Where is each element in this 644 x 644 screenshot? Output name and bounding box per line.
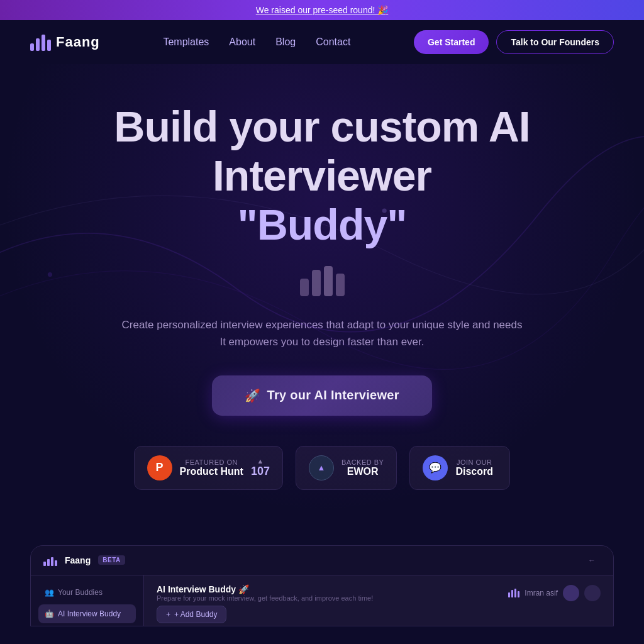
- nav-buttons: Get Started Talk to Our Founders: [414, 30, 614, 54]
- get-started-button[interactable]: Get Started: [414, 30, 489, 54]
- logo-text: Faang: [56, 34, 100, 50]
- ai-buddy-icon: 🤖: [45, 609, 54, 618]
- app-main-content: AI Interview Buddy 🚀 Prepare for your mo…: [144, 575, 613, 626]
- product-hunt-name: Product Hunt: [180, 466, 243, 477]
- app-logo-icon: [43, 555, 57, 566]
- hero-logo-bars: [30, 265, 614, 296]
- ewor-badge[interactable]: ▲ Backed by EWOR: [296, 446, 397, 490]
- hero-title-line1: Build your custom AI: [30, 102, 614, 151]
- hero-title: Build your custom AI Interviewer "Buddy": [30, 102, 614, 250]
- cta-button[interactable]: 🚀 Try our AI Interviewer: [212, 375, 432, 416]
- nav-templates[interactable]: Templates: [163, 36, 209, 48]
- buddies-icon: 👥: [45, 588, 54, 597]
- nav-about[interactable]: About: [229, 36, 255, 48]
- logo-icon: [30, 33, 51, 51]
- add-buddy-button[interactable]: + + Add Buddy: [157, 606, 226, 623]
- product-hunt-text: FEATURED ON Product Hunt: [180, 458, 243, 477]
- app-preview: Faang BETA ← 👥 Your Buddies 🤖 AI Intervi…: [30, 545, 614, 626]
- hero-subtitle-line2: It empowers you to design faster than ev…: [30, 333, 614, 350]
- app-header: Faang BETA ←: [31, 546, 613, 575]
- discord-badge[interactable]: 💬 Join Our Discord: [409, 446, 510, 490]
- beta-badge: BETA: [98, 555, 125, 565]
- logo[interactable]: Faang: [30, 33, 100, 51]
- product-hunt-label: FEATURED ON: [180, 458, 243, 466]
- ewor-name: EWOR: [347, 466, 379, 477]
- app-main-subtitle: Prepare for your mock interview, get fee…: [157, 594, 373, 602]
- social-proof-badges: P FEATURED ON Product Hunt ▲ 107 ▲ Backe…: [30, 446, 614, 490]
- discord-text: Join Our Discord: [455, 458, 493, 477]
- navbar: Faang Templates About Blog Contact Get S…: [0, 20, 644, 64]
- user-name: Imran asif: [525, 589, 558, 597]
- hero-subtitle-line1: Create personalized interview experience…: [30, 316, 614, 333]
- rocket-icon: 🚀: [245, 388, 260, 403]
- discord-icon: 💬: [423, 455, 448, 480]
- add-icon: +: [166, 610, 170, 619]
- upvote-icon: ▲: [257, 457, 264, 465]
- count-value: 107: [251, 465, 270, 478]
- hero-subtitle: Create personalized interview experience…: [30, 316, 614, 350]
- ewor-text: Backed by EWOR: [341, 458, 384, 477]
- product-hunt-badge[interactable]: P FEATURED ON Product Hunt ▲ 107: [134, 446, 283, 490]
- top-banner: We raised our pre-seed round! 🎉: [0, 0, 644, 20]
- app-body: 👥 Your Buddies 🤖 AI Interview Buddy AI I…: [31, 575, 613, 626]
- hero-section: Build your custom AI Interviewer "Buddy"…: [0, 64, 644, 515]
- product-hunt-icon: P: [147, 455, 172, 480]
- sidebar-item-ai-buddy[interactable]: 🤖 AI Interview Buddy: [38, 604, 136, 623]
- user-avatar: [563, 585, 579, 601]
- app-sidebar: 👥 Your Buddies 🤖 AI Interview Buddy: [31, 575, 144, 626]
- discord-label: Join Our: [455, 458, 493, 466]
- nav-contact[interactable]: Contact: [316, 36, 350, 48]
- hero-title-line3: "Buddy": [30, 200, 614, 249]
- add-buddy-label: + Add Buddy: [174, 610, 217, 619]
- settings-avatar: [584, 585, 601, 601]
- product-hunt-count: ▲ 107: [251, 457, 270, 478]
- hero-title-line2: Interviewer: [30, 151, 614, 200]
- discord-name: Discord: [455, 466, 493, 477]
- sidebar-item-buddies[interactable]: 👥 Your Buddies: [38, 583, 136, 602]
- talk-founders-button[interactable]: Talk to Our Founders: [496, 30, 614, 54]
- nav-links: Templates About Blog Contact: [163, 36, 350, 48]
- app-title-group: AI Interview Buddy 🚀 Prepare for your mo…: [157, 584, 373, 602]
- ewor-icon: ▲: [309, 455, 334, 480]
- ewor-label: Backed by: [341, 458, 384, 466]
- app-user-info: Imran asif: [508, 585, 601, 601]
- app-logo-text: Faang: [65, 555, 91, 565]
- app-main-header: AI Interview Buddy 🚀 Prepare for your mo…: [157, 584, 601, 602]
- cta-label: Try our AI Interviewer: [267, 388, 399, 402]
- nav-blog[interactable]: Blog: [275, 36, 296, 48]
- app-main-title: AI Interview Buddy 🚀: [157, 584, 373, 594]
- banner-link[interactable]: We raised our pre-seed round! 🎉: [256, 5, 389, 15]
